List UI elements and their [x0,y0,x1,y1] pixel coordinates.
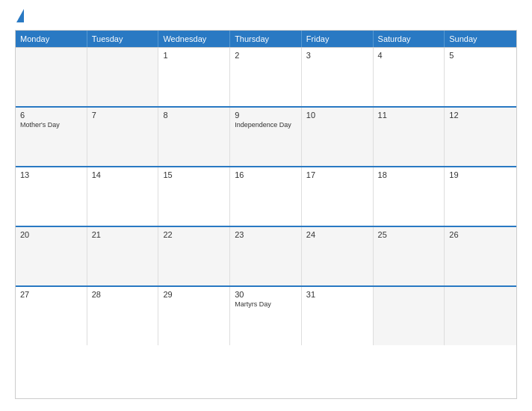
day-number: 8 [163,111,225,120]
calendar-cell: 23 [230,227,302,285]
day-number: 19 [449,170,512,179]
day-number: 26 [449,230,512,239]
calendar-cell: 14 [87,167,159,226]
calendar-cell [16,48,87,106]
calendar-cell: 28 [87,287,159,345]
day-number: 14 [92,170,154,179]
calendar-week-5: 27282930Martyrs Day31 [16,285,516,345]
calendar-cell: 8 [158,108,230,166]
holiday-name: Mother's Day [20,121,82,130]
calendar-cell: 7 [87,108,159,166]
calendar: MondayTuesdayWednesdayThursdayFridaySatu… [15,30,517,399]
day-number: 17 [306,170,368,179]
day-number: 28 [92,290,154,299]
day-number: 3 [306,51,368,60]
logo [15,12,24,22]
day-number: 1 [163,51,225,60]
day-number: 4 [378,51,440,60]
weekday-header-thursday: Thursday [230,31,302,47]
day-number: 21 [92,230,154,239]
calendar-week-1: 12345 [16,47,516,106]
calendar-cell: 3 [302,48,374,106]
calendar-header [15,12,517,22]
day-number: 12 [449,111,512,120]
calendar-cell: 4 [374,48,445,106]
day-number: 7 [92,111,154,120]
calendar-cell: 27 [16,287,87,345]
weekday-header-wednesday: Wednesday [158,31,230,47]
calendar-cell: 16 [230,167,302,226]
calendar-cell: 29 [158,287,230,345]
day-number: 2 [235,51,297,60]
day-number: 30 [235,290,297,299]
calendar-cell [374,287,445,345]
day-number: 10 [306,111,368,120]
calendar-week-3: 13141516171819 [16,166,516,226]
calendar-cell: 11 [374,108,445,166]
logo-triangle-icon [16,9,24,22]
weekday-header-tuesday: Tuesday [87,31,159,47]
calendar-cell: 31 [302,287,374,345]
day-number: 20 [20,230,82,239]
calendar-cell: 6Mother's Day [16,108,87,166]
calendar-cell: 12 [445,108,516,166]
calendar-cell: 15 [158,167,230,226]
day-number: 9 [235,111,297,120]
calendar-cell: 25 [374,227,445,285]
calendar-weekday-header: MondayTuesdayWednesdayThursdayFridaySatu… [16,31,516,47]
calendar-cell: 22 [158,227,230,285]
holiday-name: Independence Day [235,121,297,130]
weekday-header-sunday: Sunday [445,31,516,47]
day-number: 16 [235,170,297,179]
calendar-cell: 5 [445,48,516,106]
calendar-cell: 26 [445,227,516,285]
weekday-header-monday: Monday [16,31,87,47]
day-number: 15 [163,170,225,179]
day-number: 6 [20,111,82,120]
day-number: 5 [449,51,512,60]
calendar-page: MondayTuesdayWednesdayThursdayFridaySatu… [0,0,532,411]
calendar-cell: 19 [445,167,516,226]
calendar-cell: 10 [302,108,374,166]
calendar-cell [87,48,159,106]
day-number: 29 [163,290,225,299]
calendar-cell: 9Independence Day [230,108,302,166]
weekday-header-friday: Friday [302,31,374,47]
calendar-cell: 18 [374,167,445,226]
day-number: 13 [20,170,82,179]
day-number: 27 [20,290,82,299]
holiday-name: Martyrs Day [235,300,297,309]
calendar-cell: 1 [158,48,230,106]
calendar-cell: 30Martyrs Day [230,287,302,345]
calendar-week-2: 6Mother's Day789Independence Day101112 [16,106,516,166]
calendar-cell: 17 [302,167,374,226]
day-number: 18 [378,170,440,179]
day-number: 23 [235,230,297,239]
calendar-cell: 13 [16,167,87,226]
weekday-header-saturday: Saturday [374,31,445,47]
calendar-week-4: 20212223242526 [16,226,516,285]
calendar-cell: 21 [87,227,159,285]
day-number: 24 [306,230,368,239]
calendar-cell: 20 [16,227,87,285]
calendar-cell: 24 [302,227,374,285]
calendar-cell [445,287,516,345]
day-number: 11 [378,111,440,120]
day-number: 22 [163,230,225,239]
calendar-cell: 2 [230,48,302,106]
day-number: 25 [378,230,440,239]
day-number: 31 [306,290,368,299]
calendar-body: 123456Mother's Day789Independence Day101… [16,47,516,345]
